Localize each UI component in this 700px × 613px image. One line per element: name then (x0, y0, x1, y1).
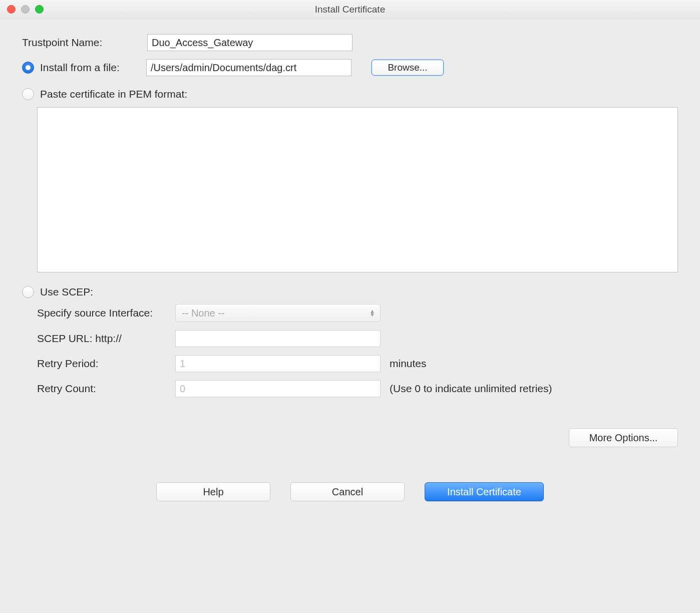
trustpoint-name-label: Trustpoint Name: (22, 37, 147, 49)
trustpoint-name-input[interactable] (147, 34, 353, 51)
retry-period-suffix: minutes (390, 358, 427, 370)
install-certificate-button[interactable]: Install Certificate (425, 482, 544, 501)
paste-pem-label: Paste certificate in PEM format: (40, 88, 187, 100)
install-from-file-radio[interactable] (22, 62, 34, 74)
retry-count-label: Retry Count: (37, 383, 175, 395)
retry-period-input[interactable] (175, 355, 381, 372)
source-interface-value: -- None -- (182, 308, 225, 319)
file-path-input[interactable] (146, 59, 352, 76)
browse-button[interactable]: Browse... (372, 60, 444, 76)
source-interface-label: Specify source Interface: (37, 307, 175, 319)
pem-textarea[interactable] (37, 107, 678, 272)
window-title: Install Certificate (0, 4, 700, 15)
cancel-button[interactable]: Cancel (290, 482, 405, 501)
use-scep-radio[interactable] (22, 286, 34, 298)
scep-url-input[interactable] (175, 330, 381, 347)
retry-count-suffix: (Use 0 to indicate unlimited retries) (390, 383, 552, 395)
more-options-button[interactable]: More Options... (569, 428, 678, 447)
chevron-up-down-icon: ▲▼ (370, 310, 375, 317)
install-from-file-label: Install from a file: (40, 62, 146, 74)
use-scep-label: Use SCEP: (40, 286, 93, 298)
scep-url-label: SCEP URL: http:// (37, 333, 175, 345)
paste-pem-radio[interactable] (22, 88, 34, 100)
help-button[interactable]: Help (156, 482, 270, 501)
titlebar: Install Certificate (0, 0, 700, 19)
retry-count-input[interactable] (175, 380, 381, 397)
retry-period-label: Retry Period: (37, 358, 175, 370)
source-interface-select[interactable]: -- None -- ▲▼ (175, 304, 381, 322)
